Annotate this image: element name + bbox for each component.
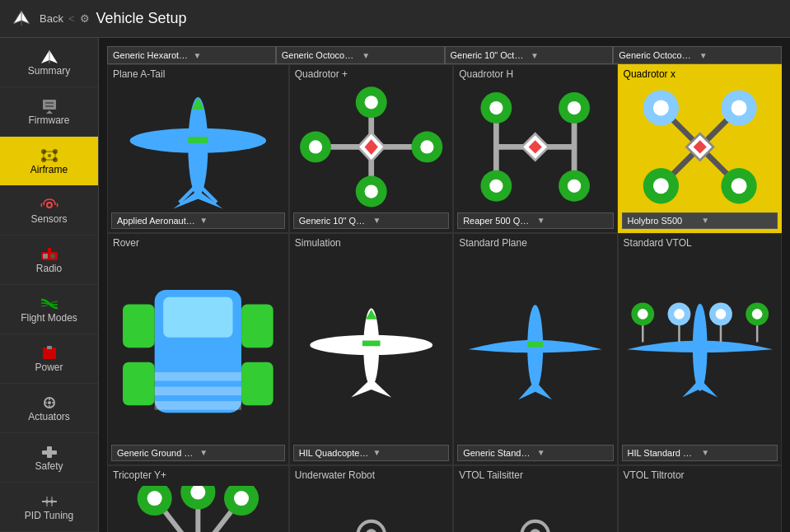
vehicle-dropdown-quadrotor-h[interactable]: Reaper 500 Quad ▼ (457, 212, 613, 229)
sidebar-item-airframe[interactable]: Airframe (0, 137, 98, 186)
sidebar-item-power[interactable]: Power (0, 334, 98, 384)
quadrotor-h-svg (457, 86, 613, 208)
vehicle-cell-quadrotor-x[interactable]: Quadrotor x (618, 64, 782, 233)
vehicle-cell-rover[interactable]: Rover (107, 233, 289, 465)
vehicle-dropdown-quadrotor-plus[interactable]: Generic 10" Quad + geometry ▼ (293, 212, 449, 229)
svg-point-60 (309, 140, 322, 153)
sidebar-label-actuators: Actuators (28, 411, 70, 422)
underwater-svg (293, 490, 449, 532)
page-title: Vehicle Setup (96, 10, 187, 27)
vehicle-dropdown-standard-plane-label: Generic Standard Plane (463, 448, 534, 458)
sidebar-item-sensors[interactable]: Sensors (0, 186, 98, 236)
vehicle-dropdown-simulation[interactable]: HIL Quadcopter X ▼ (293, 445, 449, 461)
vehicle-dd-arrow-quadrotor-x: ▼ (701, 216, 772, 225)
power-icon (40, 345, 59, 362)
vehicle-dropdown-plane-atail[interactable]: Applied Aeronautics Albatross ▼ (111, 212, 285, 229)
sidebar-label-summary: Summary (28, 65, 70, 77)
sidebar-item-firmware[interactable]: Firmware (0, 87, 98, 137)
sensors-icon (40, 197, 59, 213)
top-dropdown-3[interactable]: Generic Octocopter X geometry ▼ (613, 46, 782, 64)
vehicle-title-tricopter: Tricopter Y+ (108, 466, 288, 483)
svg-rect-104 (527, 342, 543, 348)
sidebar-item-radio[interactable]: Radio (0, 236, 98, 285)
vehicle-dropdown-quadrotor-h-label: Reaper 500 Quad (463, 216, 534, 226)
header-separator: < (68, 12, 75, 25)
sidebar-item-flightmodes[interactable]: Flight Modes (0, 285, 98, 334)
svg-point-56 (364, 96, 377, 109)
sidebar: Summary Firmware Airf (0, 38, 99, 532)
top-dropdown-2[interactable]: Generic 10" Octo coaxial geometry ▼ (445, 46, 614, 64)
flightmodes-icon (40, 296, 59, 312)
vehicle-dropdown-standard-plane[interactable]: Generic Standard Plane ▼ (457, 445, 613, 461)
vehicle-image-vtol-tiltrotor (619, 483, 781, 532)
vehicle-dropdown-quadrotor-x[interactable]: Holybro S500 ▼ (622, 212, 778, 229)
top-dropdown-1-label: Generic Octocopter + geometry (282, 50, 358, 60)
vehicle-title-quadrotor-x: Quadrotor x (619, 65, 781, 82)
svg-point-12 (48, 154, 51, 157)
svg-point-17 (47, 203, 52, 208)
vehicle-image-quadrotor-x (619, 82, 781, 212)
svg-rect-6 (45, 105, 54, 107)
vehicle-cell-vtol-tailsitter[interactable]: VTOL Tailsitter ▼ (453, 465, 617, 532)
content-area: Generic Hexarotor x geometry ▼ Generic O… (99, 38, 790, 532)
svg-rect-31 (42, 450, 57, 455)
sidebar-item-summary[interactable]: Summary (0, 38, 98, 87)
svg-point-81 (652, 100, 668, 115)
top-dropdowns-row: Generic Hexarotor x geometry ▼ Generic O… (107, 46, 782, 64)
vehicle-title-quadrotor-h: Quadrotor H (454, 65, 616, 82)
svg-rect-93 (241, 304, 273, 348)
svg-rect-5 (45, 102, 54, 104)
vehicle-title-simulation: Simulation (290, 234, 452, 250)
gear-icon: ⚙ (80, 12, 90, 25)
standard-plane-svg (457, 292, 613, 403)
top-dd-arrow-1: ▼ (362, 51, 438, 60)
vehicle-dropdown-quadrotor-plus-label: Generic 10" Quad + geometry (299, 216, 370, 226)
svg-point-25 (48, 401, 51, 404)
top-dropdown-0[interactable]: Generic Hexarotor x geometry ▼ (107, 46, 276, 64)
vehicle-cell-quadrotor-plus[interactable]: Quadrotor + (289, 64, 453, 233)
vehicle-image-tricopter (108, 483, 288, 532)
vehicle-cell-simulation[interactable]: Simulation HIL Quadcopte (289, 233, 453, 465)
summary-icon (40, 49, 59, 65)
vtol-tailsitter-svg (457, 490, 613, 532)
vehicle-cell-underwater[interactable]: Underwater Robot ▼ (289, 465, 453, 532)
vehicle-image-quadrotor-h (454, 82, 616, 212)
quadrotor-x-svg (622, 86, 778, 208)
safety-icon (40, 444, 59, 460)
vehicle-title-vtol-tiltrotor: VTOL Tiltrotor (619, 466, 781, 483)
top-dd-arrow-0: ▼ (193, 51, 269, 60)
svg-rect-94 (123, 362, 155, 405)
svg-point-129 (366, 529, 377, 532)
vehicle-cell-standard-plane[interactable]: Standard Plane Generic Standard Plane (453, 233, 617, 465)
svg-point-83 (731, 100, 746, 115)
vehicle-cell-vtol-tiltrotor[interactable]: VTOL Tiltrotor ▼ (618, 465, 782, 532)
vehicle-dropdown-rover-label: Generic Ground Vehicle (Ackermann) (117, 448, 196, 458)
vehicle-dropdown-rover[interactable]: Generic Ground Vehicle (Ackermann) ▼ (111, 445, 285, 461)
vehicle-cell-plane-atail[interactable]: Plane A-Tail (107, 64, 289, 233)
svg-point-124 (234, 491, 249, 506)
vehicle-dd-arrow-simulation: ▼ (372, 448, 443, 457)
svg-rect-91 (163, 296, 232, 337)
top-dropdown-1[interactable]: Generic Octocopter + geometry ▼ (276, 46, 445, 64)
svg-point-73 (489, 179, 503, 192)
vehicle-cell-standard-vtol[interactable]: Standard VTOL (618, 233, 782, 465)
svg-rect-21 (48, 248, 51, 253)
sidebar-item-safety[interactable]: Safety (0, 433, 98, 483)
vehicle-title-underwater: Underwater Robot (290, 466, 452, 483)
svg-rect-96 (155, 371, 241, 380)
vehicle-dropdown-standard-vtol[interactable]: HIL Standard VTOL QuadPlane ▼ (622, 445, 778, 461)
sidebar-item-pidtuning[interactable]: PID Tuning (0, 483, 98, 532)
back-button[interactable]: Back (40, 12, 63, 25)
svg-point-87 (731, 178, 746, 194)
quadrotor-plus-svg (293, 86, 449, 208)
vehicle-cell-quadrotor-h[interactable]: Quadrotor H (453, 64, 617, 233)
top-dd-arrow-3: ▼ (699, 51, 776, 60)
vehicle-image-plane-atail (108, 82, 288, 212)
vehicle-title-plane-atail: Plane A-Tail (108, 65, 288, 82)
svg-rect-95 (241, 362, 273, 405)
vehicle-cell-tricopter[interactable]: Tricopter Y+ (107, 465, 289, 532)
svg-point-111 (674, 309, 685, 320)
top-dropdown-0-label: Generic Hexarotor x geometry (113, 50, 189, 60)
sidebar-item-actuators[interactable]: Actuators (0, 384, 98, 433)
svg-point-69 (489, 101, 503, 114)
